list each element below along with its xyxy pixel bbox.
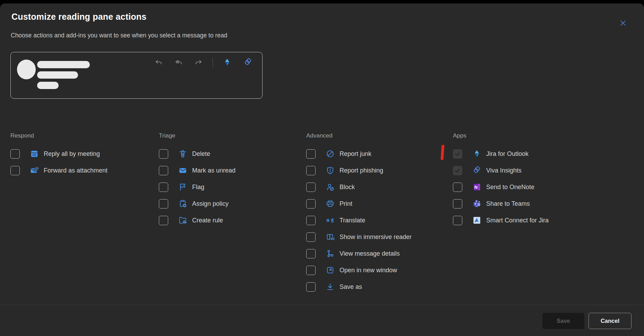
item-label: Assign policy (192, 200, 229, 207)
row-reply-all-by-meeting: Reply all by meeting (10, 145, 156, 162)
dialog-subtitle: Choose actions and add-ins you want to s… (11, 32, 227, 39)
viva-insights-icon[interactable] (243, 58, 252, 67)
checkbox-share-to-teams[interactable] (453, 199, 462, 209)
open-window-icon (326, 266, 335, 275)
checkbox-report-phishing[interactable] (306, 166, 316, 175)
reply-icon[interactable] (154, 58, 163, 67)
checkbox-block[interactable] (306, 183, 316, 192)
skeleton-bar (37, 71, 78, 79)
immersive-reader-icon (326, 232, 335, 241)
skeleton-bar (37, 82, 59, 89)
item-label: Report phishing (340, 167, 383, 174)
avatar (17, 60, 36, 79)
close-button[interactable] (617, 17, 628, 28)
item-label: Reply all by meeting (44, 150, 100, 158)
item-label: Print (340, 200, 352, 207)
preview-toolbar (154, 58, 253, 67)
item-label: Share to Teams (486, 200, 530, 207)
item-label: Flag (192, 184, 204, 191)
close-icon (619, 19, 627, 27)
item-label: Block (340, 184, 355, 191)
dialog-title: Customize reading pane actions (11, 12, 146, 22)
calendar-reply-icon (30, 149, 39, 158)
checkbox-send-to-onenote[interactable] (453, 183, 462, 192)
checkbox-viva-insights (453, 166, 462, 175)
section-apps: AppsJira for OutlookViva InsightsNSend t… (453, 132, 599, 229)
svg-text:N: N (474, 185, 478, 190)
checkbox-delete[interactable] (159, 149, 168, 159)
row-assign-policy: Assign policy (159, 195, 304, 212)
row-save-as: Save as (306, 278, 452, 295)
mail-attach-icon (30, 166, 39, 175)
checkbox-assign-policy[interactable] (159, 199, 168, 209)
checkbox-flag[interactable] (159, 183, 168, 192)
checkbox-report-junk[interactable] (306, 149, 316, 159)
checkbox-print[interactable] (306, 199, 316, 209)
checkbox-reply-all-by-meeting[interactable] (10, 149, 20, 159)
dialog-surface: Customize reading pane actions Choose ac… (0, 3, 644, 336)
person-block-icon (326, 183, 335, 192)
prohibited-icon (326, 149, 335, 158)
item-label: Translate (340, 217, 365, 224)
row-report-phishing: Report phishing (306, 162, 452, 179)
row-smart-connect-for-jira: Smart Connect for Jira (453, 212, 599, 229)
item-label: Open in new window (340, 267, 397, 274)
row-jira-for-outlook: Jira for Outlook (453, 145, 599, 162)
checkbox-save-as[interactable] (306, 282, 316, 292)
row-block: Block (306, 179, 452, 195)
customize-reading-pane-dialog: Customize reading pane actions Choose ac… (0, 0, 644, 336)
row-show-in-immersive-reader: Show in immersive reader (306, 229, 452, 245)
svg-text:T: T (474, 202, 476, 206)
row-view-message-details: View message details (306, 245, 452, 262)
row-create-rule: Create rule (159, 212, 304, 229)
save-button[interactable]: Save (542, 313, 584, 329)
flag-icon (178, 183, 187, 192)
clipboard-policy-icon (178, 199, 187, 208)
item-label: Forward as attachment (44, 167, 108, 174)
forward-icon[interactable] (195, 58, 203, 67)
printer-icon (326, 199, 335, 208)
skeleton-bar (37, 61, 90, 68)
section-header-advanced: Advanced (306, 132, 452, 145)
row-print: Print (306, 195, 452, 212)
item-label: Smart Connect for Jira (486, 217, 549, 224)
save-as-icon (326, 282, 335, 291)
viva-insights-icon (472, 166, 481, 175)
checkbox-open-in-new-window[interactable] (306, 266, 316, 275)
checkbox-smart-connect-for-jira[interactable] (453, 216, 462, 225)
checkbox-translate[interactable] (306, 216, 316, 225)
row-translate: aTranslate (306, 212, 452, 229)
item-label: Send to OneNote (486, 184, 534, 191)
smart-connect-icon (472, 216, 481, 225)
folder-rule-icon (178, 216, 187, 225)
section-advanced: AdvancedReport junkReport phishingBlockP… (306, 132, 452, 295)
section-header-respond: Respond (10, 132, 156, 145)
shield-alert-icon (326, 166, 335, 175)
checkbox-show-in-immersive-reader[interactable] (306, 232, 316, 242)
checkbox-mark-as-unread[interactable] (159, 166, 168, 175)
row-send-to-onenote: NSend to OneNote (453, 179, 599, 195)
svg-text:a: a (326, 217, 329, 223)
cancel-button[interactable]: Cancel (589, 313, 632, 329)
item-label: Jira for Outlook (486, 150, 529, 158)
row-mark-as-unread: Mark as unread (159, 162, 304, 179)
checkbox-create-rule[interactable] (159, 216, 168, 225)
section-triage: TriageDeleteMark as unreadFlagAssign pol… (159, 132, 304, 229)
row-report-junk: Report junk (306, 145, 452, 162)
footer-divider (0, 305, 644, 305)
row-flag: Flag (159, 179, 304, 195)
jira-icon[interactable] (223, 58, 232, 67)
reply-all-icon[interactable] (174, 58, 183, 67)
toolbar-divider (213, 58, 213, 67)
reading-pane-preview-card (10, 52, 263, 99)
section-respond: RespondReply all by meetingForward as at… (10, 132, 156, 179)
message-details-icon (326, 249, 335, 258)
checkbox-forward-as-attachment[interactable] (10, 166, 20, 175)
checkbox-view-message-details[interactable] (306, 249, 316, 258)
checkbox-jira-for-outlook (453, 149, 462, 159)
section-header-apps: Apps (453, 132, 599, 145)
jira-icon (472, 149, 481, 158)
item-label: Delete (192, 150, 210, 158)
row-open-in-new-window: Open in new window (306, 262, 452, 278)
item-label: Viva Insights (486, 167, 522, 174)
